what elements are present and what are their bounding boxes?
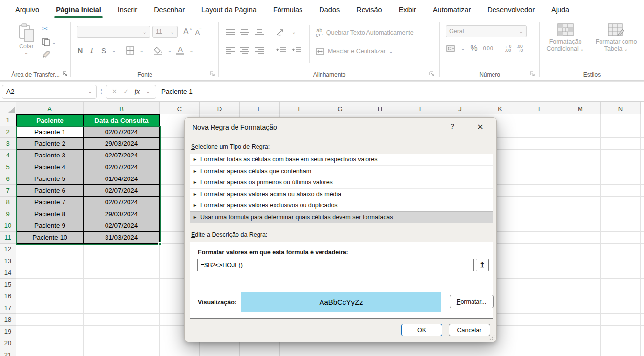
formula-input[interactable]: Paciente 1 bbox=[161, 88, 644, 95]
dialog-launcher-font[interactable] bbox=[209, 71, 216, 78]
resize-grip[interactable] bbox=[489, 334, 495, 340]
table-header-cell[interactable]: Paciente bbox=[16, 114, 84, 126]
collapse-dialog-button[interactable]: ↥ bbox=[476, 259, 489, 271]
fill-color-button[interactable] bbox=[154, 46, 163, 55]
table-cell[interactable]: Paciente 2 bbox=[16, 138, 84, 150]
align-bottom-button[interactable] bbox=[255, 29, 264, 35]
tab-layout-da-página[interactable]: Layout da Página bbox=[193, 0, 265, 20]
row-header-1[interactable]: 1 bbox=[0, 114, 16, 126]
table-cell[interactable]: 02/07/2024 bbox=[84, 197, 160, 208]
rule-type-item[interactable]: ►Formatar apenas células que contenham bbox=[190, 165, 493, 177]
table-cell[interactable]: Paciente 10 bbox=[16, 232, 84, 244]
increase-decimal-button[interactable]: ←0 .00 bbox=[505, 44, 511, 52]
cancel-button[interactable]: Cancelar bbox=[449, 324, 490, 336]
chevron-down-icon[interactable]: ⌄ bbox=[112, 48, 116, 53]
tab-desenvolvedor[interactable]: Desenvolvedor bbox=[479, 0, 543, 20]
dialog-launcher-clipboard[interactable] bbox=[62, 71, 69, 78]
format-as-table-button[interactable]: Formatar comoTabela ⌄ bbox=[592, 23, 641, 53]
bold-button[interactable]: N bbox=[77, 46, 84, 55]
table-cell[interactable]: 29/03/2024 bbox=[84, 138, 160, 150]
chevron-down-icon[interactable]: ⌄ bbox=[168, 48, 172, 53]
column-header-M[interactable]: M bbox=[560, 102, 601, 114]
column-header-E[interactable]: E bbox=[240, 102, 280, 114]
chevron-down-icon[interactable]: ⌄ bbox=[461, 46, 465, 51]
copy-button[interactable]: ⌄ bbox=[42, 38, 56, 46]
column-header-D[interactable]: D bbox=[200, 102, 240, 114]
row-header-12[interactable]: 12 bbox=[0, 244, 16, 255]
row-header-14[interactable]: 14 bbox=[0, 267, 16, 279]
rule-type-item[interactable]: ►Formatar apenas valores acima ou abaixo… bbox=[190, 188, 493, 200]
formula-bar-grip[interactable]: ⁞ bbox=[97, 88, 106, 95]
confirm-entry-icon[interactable]: ✓ bbox=[123, 88, 129, 95]
column-header-K[interactable]: K bbox=[480, 102, 520, 114]
format-painter-button[interactable] bbox=[42, 51, 56, 59]
grow-font-button[interactable]: A＾ bbox=[183, 27, 193, 36]
decrease-decimal-button[interactable]: .00 →0 bbox=[516, 44, 523, 52]
decrease-indent-button[interactable] bbox=[276, 47, 286, 54]
row-header-3[interactable]: 3 bbox=[0, 138, 16, 150]
tab-dados[interactable]: Dados bbox=[311, 0, 348, 20]
tab-fórmulas[interactable]: Fórmulas bbox=[265, 0, 311, 20]
table-cell[interactable]: Paciente 6 bbox=[16, 185, 84, 197]
insert-function-button[interactable]: fx bbox=[134, 88, 140, 96]
rule-type-item[interactable]: ►Formatar apenas valores exclusivos ou d… bbox=[190, 200, 493, 211]
row-header-13[interactable]: 13 bbox=[0, 255, 16, 267]
italic-button[interactable]: I bbox=[88, 46, 95, 55]
column-header-J[interactable]: J bbox=[440, 102, 480, 114]
align-right-button[interactable] bbox=[255, 47, 264, 54]
help-button[interactable]: ? bbox=[447, 122, 458, 133]
tab-desenhar[interactable]: Desenhar bbox=[146, 0, 193, 20]
table-cell[interactable]: Paciente 5 bbox=[16, 173, 84, 185]
tab-revisão[interactable]: Revisão bbox=[348, 0, 390, 20]
table-cell[interactable]: Paciente 9 bbox=[16, 220, 84, 232]
column-header-L[interactable]: L bbox=[520, 102, 560, 114]
font-name-combo[interactable]: ⌄ bbox=[77, 26, 150, 38]
table-cell[interactable]: 02/07/2024 bbox=[84, 161, 160, 173]
select-all-button[interactable] bbox=[0, 102, 16, 114]
rule-formula-input[interactable]: =$B2<>HOJE() bbox=[197, 259, 474, 271]
chevron-down-icon[interactable]: ⌄ bbox=[292, 29, 296, 35]
column-header-C[interactable]: C bbox=[160, 102, 200, 114]
row-header-15[interactable]: 15 bbox=[0, 279, 16, 290]
column-header-B[interactable]: B bbox=[84, 102, 160, 114]
comma-style-button[interactable]: 000 bbox=[483, 45, 494, 51]
row-header-19[interactable]: 19 bbox=[0, 326, 16, 337]
number-format-combo[interactable]: Geral⌄ bbox=[446, 25, 527, 37]
table-cell[interactable]: 29/03/2024 bbox=[84, 208, 160, 220]
row-header-7[interactable]: 7 bbox=[0, 185, 16, 197]
row-header-17[interactable]: 17 bbox=[0, 302, 16, 314]
selection-fill-handle[interactable] bbox=[158, 242, 162, 245]
table-cell[interactable]: 02/07/2024 bbox=[84, 220, 160, 232]
row-header-18[interactable]: 18 bbox=[0, 314, 16, 326]
wrap-text-button[interactable]: abc↩ Quebrar Texto Automaticamente bbox=[316, 25, 414, 40]
row-header-16[interactable]: 16 bbox=[0, 290, 16, 302]
table-cell[interactable]: 02/07/2024 bbox=[84, 185, 160, 197]
row-header-9[interactable]: 9 bbox=[0, 208, 16, 220]
row-header-4[interactable]: 4 bbox=[0, 150, 16, 161]
table-header-cell[interactable]: Data da Consulta bbox=[84, 114, 160, 126]
font-color-button[interactable]: A bbox=[176, 46, 184, 55]
row-header-6[interactable]: 6 bbox=[0, 173, 16, 185]
dialog-launcher-number[interactable] bbox=[529, 71, 536, 78]
table-cell[interactable]: 02/07/2024 bbox=[84, 150, 160, 161]
close-icon[interactable]: ✕ bbox=[473, 121, 488, 134]
table-cell[interactable]: 02/07/2024 bbox=[84, 126, 160, 138]
column-header-N[interactable]: N bbox=[601, 102, 641, 114]
table-cell[interactable]: 31/03/2024 bbox=[84, 232, 160, 244]
borders-button[interactable] bbox=[126, 46, 134, 55]
row-header-2[interactable]: 2 bbox=[0, 126, 16, 138]
align-left-button[interactable] bbox=[226, 47, 235, 54]
format-button[interactable]: Formatar... bbox=[450, 295, 494, 308]
table-cell[interactable]: Paciente 3 bbox=[16, 150, 84, 161]
row-header-21[interactable]: 21 bbox=[0, 349, 16, 356]
cut-button[interactable]: ✂ bbox=[42, 24, 56, 33]
dialog-launcher-alignment[interactable] bbox=[429, 71, 436, 78]
row-header-10[interactable]: 10 bbox=[0, 220, 16, 232]
tab-exibir[interactable]: Exibir bbox=[390, 0, 425, 20]
paste-button[interactable]: Colar ⌄ bbox=[14, 23, 39, 55]
cancel-entry-icon[interactable]: ✕ bbox=[112, 88, 117, 95]
align-center-button[interactable] bbox=[240, 47, 249, 54]
font-size-combo[interactable]: 11⌄ bbox=[152, 26, 178, 38]
tab-ajuda[interactable]: Ajuda bbox=[543, 0, 578, 20]
increase-indent-button[interactable] bbox=[292, 47, 301, 54]
